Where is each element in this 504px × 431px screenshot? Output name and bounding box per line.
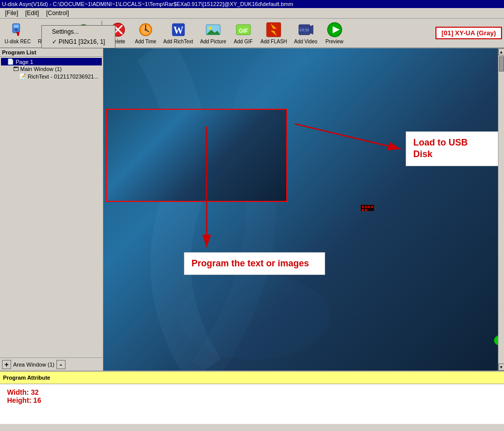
tree-label-mainwindow: Main Window (1) bbox=[20, 66, 62, 72]
dropdown-settings[interactable]: Settings... bbox=[42, 27, 115, 37]
tree-label-page1: Page 1 bbox=[16, 59, 33, 65]
preview-canvas-window bbox=[106, 109, 287, 202]
tree-item-richtext[interactable]: 📝 RichText - 0121170236921... bbox=[1, 73, 102, 80]
add-picture-button[interactable]: Add Picture bbox=[198, 20, 229, 46]
device-preview-box: [01] XY-UA (Gray) bbox=[435, 27, 502, 39]
menu-file[interactable]: [File] bbox=[2, 9, 21, 18]
status-bar: Program Attribute bbox=[0, 371, 504, 384]
window-icon: 🗔 bbox=[13, 66, 19, 72]
bottom-left-controls: + Area Window (1) - bbox=[0, 357, 103, 371]
richtext-tree-icon: 📝 bbox=[19, 73, 26, 80]
svg-text:W: W bbox=[173, 25, 183, 36]
title-bar: U-disk Asyn(V16d) - C:\DOCUME~1\ADMINI~1… bbox=[0, 0, 504, 8]
svg-rect-22 bbox=[267, 23, 281, 37]
preview-play-icon bbox=[327, 22, 343, 38]
svg-point-18 bbox=[209, 27, 212, 30]
canvas-area[interactable]: Load to USB Disk Program the text or ima… bbox=[103, 48, 504, 371]
main-layout: Program List 📄 Page 1 🗔 Main Window (1) … bbox=[0, 48, 504, 371]
menu-control[interactable]: [Control] bbox=[43, 9, 72, 18]
add-gif-button[interactable]: GIF Add GIF bbox=[231, 20, 256, 46]
menu-edit[interactable]: [Edit] bbox=[22, 9, 42, 18]
time-icon bbox=[138, 22, 154, 38]
tree-area: 📄 Page 1 🗔 Main Window (1) 📝 RichText - … bbox=[0, 57, 103, 357]
add-flash-button[interactable]: Add FLASH bbox=[258, 20, 290, 46]
led-dot-3 bbox=[368, 206, 370, 208]
left-panel: Program List 📄 Page 1 🗔 Main Window (1) … bbox=[0, 48, 103, 371]
svg-point-14 bbox=[145, 29, 147, 31]
page-icon: 📄 bbox=[7, 58, 14, 65]
annotation-usb-box: Load to USB Disk bbox=[406, 131, 499, 166]
add-video-button[interactable]: 03:32 Add Video bbox=[292, 20, 320, 46]
preview-label: Preview bbox=[326, 39, 344, 44]
svg-text:GIF: GIF bbox=[239, 28, 248, 34]
led-dot-2 bbox=[365, 206, 367, 208]
program-list-header: Program List bbox=[0, 48, 103, 57]
gif-icon: GIF bbox=[235, 22, 251, 38]
u-disk-rec-label: U-disk REC bbox=[5, 39, 31, 44]
program-attribute-label: Program Attribute bbox=[3, 375, 50, 381]
tree-label-richtext: RichText - 0121170236921... bbox=[28, 74, 99, 80]
svg-point-29 bbox=[179, 274, 330, 360]
svg-rect-4 bbox=[17, 33, 19, 36]
canvas-background bbox=[103, 48, 504, 371]
canvas-scrollbar[interactable]: ▲ ▼ bbox=[498, 48, 504, 371]
tree-item-mainwindow[interactable]: 🗔 Main Window (1) bbox=[1, 65, 102, 73]
title-text: U-disk Asyn(V16d) - C:\DOCUME~1\ADMINI~1… bbox=[2, 1, 293, 7]
scroll-down-arrow[interactable]: ▼ bbox=[498, 364, 505, 371]
scroll-thumb[interactable] bbox=[499, 56, 504, 71]
flash-icon bbox=[266, 22, 282, 38]
preview-button[interactable]: Preview bbox=[322, 20, 347, 46]
add-area-button[interactable]: + bbox=[2, 360, 11, 369]
add-video-label: Add Video bbox=[294, 39, 318, 44]
svg-rect-1 bbox=[14, 25, 19, 28]
led-display-widget bbox=[360, 204, 374, 211]
led-dot-5 bbox=[362, 209, 364, 211]
add-richtext-label: Add RichText bbox=[163, 39, 193, 44]
usb-rec-icon bbox=[10, 22, 26, 38]
svg-rect-2 bbox=[15, 29, 18, 31]
add-flash-label: Add FLASH bbox=[261, 39, 287, 44]
richtext-icon: W bbox=[170, 22, 186, 38]
u-disk-rec-button[interactable]: U-disk REC bbox=[2, 20, 33, 46]
program-annotation-text: Program the text or images bbox=[192, 258, 309, 268]
width-attribute: Width: 32 bbox=[7, 388, 497, 396]
control-dropdown: Settings... ✓ PING1 [32x16, 1] bbox=[41, 25, 115, 48]
dropdown-ping[interactable]: ✓ PING1 [32x16, 1] bbox=[42, 37, 115, 47]
add-time-label: Add Time bbox=[135, 39, 156, 44]
add-picture-label: Add Picture bbox=[200, 39, 226, 44]
scroll-up-arrow[interactable]: ▲ bbox=[498, 48, 505, 55]
remove-area-button[interactable]: - bbox=[56, 360, 66, 369]
led-dot-6 bbox=[365, 209, 367, 211]
video-icon: 03:32 bbox=[298, 22, 314, 38]
menu-bar: [File] [Edit] [Control] Settings... ✓ PI… bbox=[0, 8, 504, 19]
area-window-label: Area Window (1) bbox=[13, 362, 54, 368]
add-time-button[interactable]: Add Time bbox=[133, 20, 159, 46]
svg-text:03:32: 03:32 bbox=[299, 28, 310, 32]
attribute-panel: Width: 32 Height: 16 bbox=[0, 384, 504, 424]
usb-annotation-title: Load to USB bbox=[413, 137, 468, 148]
led-dot-1 bbox=[362, 206, 364, 208]
picture-icon bbox=[205, 22, 221, 38]
add-richtext-button[interactable]: W Add RichText bbox=[161, 20, 196, 46]
add-gif-label: Add GIF bbox=[234, 39, 253, 44]
led-dot-4 bbox=[371, 206, 373, 208]
usb-annotation-subtitle: Disk bbox=[413, 149, 432, 159]
tree-item-page1[interactable]: 📄 Page 1 bbox=[1, 58, 102, 65]
height-attribute: Height: 16 bbox=[7, 396, 497, 404]
annotation-program-box: Program the text or images bbox=[184, 252, 325, 275]
preview-inner-bg bbox=[107, 110, 286, 201]
svg-marker-25 bbox=[310, 25, 313, 34]
